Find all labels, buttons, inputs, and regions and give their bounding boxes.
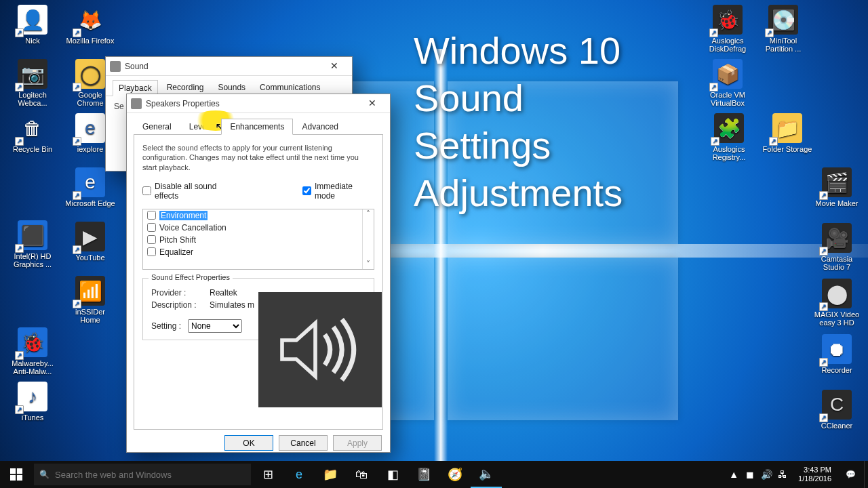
app-icon: 🗑 [18,113,47,143]
desktop-icon[interactable]: 🗑Recycle Bin [7,112,58,165]
tab-advanced[interactable]: Advanced [293,119,347,135]
effect-label: Equalizer [159,247,193,257]
desktop-icon[interactable]: 🦊Mozilla Firefox [64,3,116,56]
cancel-button[interactable]: Cancel [279,435,328,451]
tray-icon-1[interactable]: ◼ [744,469,756,480]
app-icon: 🎬 [822,167,852,197]
sound-titlebar[interactable]: Sound ✕ [106,57,352,76]
app-icon: 👤 [18,5,47,35]
effect-row[interactable]: Environment [143,209,374,222]
desktop-icon-label: Intel(R) HD Graphics ... [7,252,58,268]
taskbar-app-3[interactable]: 🧭 [439,461,471,488]
effect-checkbox[interactable] [147,235,156,244]
props-titlebar[interactable]: Speakers Properties ✕ [127,94,390,113]
effect-checkbox[interactable] [147,223,156,232]
action-center-button[interactable]: 💬 [837,461,864,488]
desktop-icon[interactable]: eMicrosoft Edge [64,166,116,219]
desktop-icon-label: Microsoft Edge [64,199,116,207]
tray-icon-2[interactable]: 🔊 [760,469,772,480]
setting-select[interactable]: None [188,319,242,333]
task-view-button[interactable]: ⊞ [252,461,283,488]
speakers-properties-window[interactable]: Speakers Properties ✕ GeneralLevelsEnhan… [126,94,391,453]
desktop-icon[interactable]: ▶YouTube [64,220,116,273]
app-icon: e [75,167,105,197]
clock-time: 3:43 PM [798,466,831,474]
tray-icon-0[interactable]: ▲ [728,469,740,480]
taskbar[interactable]: 🔍 ⊞ e 📁 🛍 ◧ 📓 🧭 🔈 ▲◼🔊🖧 3:43 PM 1/18/2016… [0,461,868,488]
taskbar-store[interactable]: 🛍 [346,461,377,488]
description-label: Description : [151,300,205,310]
taskbar-app-2[interactable]: 📓 [408,461,439,488]
desktop-icon[interactable]: ♪iTunes [7,380,58,433]
effect-checkbox[interactable] [147,247,156,256]
close-icon[interactable]: ✕ [321,58,348,75]
sound-title: Sound [125,62,321,71]
desktop-icon-label: Recorder [811,366,863,374]
desktop-icon[interactable]: 🎥Camtasia Studio 7 [811,222,863,274]
desktop-icon[interactable]: 🎬Movie Maker [811,166,863,219]
clock-date: 1/18/2016 [798,474,831,483]
effect-row[interactable]: Equalizer [143,246,374,258]
desktop-icon[interactable]: ⬛Intel(R) HD Graphics ... [7,219,58,272]
app-icon: e [75,113,105,143]
search-input[interactable] [55,470,245,480]
apply-button[interactable]: Apply [333,435,382,451]
search-box[interactable]: 🔍 [34,464,251,485]
show-desktop-button[interactable] [864,461,868,488]
app-icon: ◯ [75,59,105,89]
desktop-icon-label: iTunes [7,413,58,422]
desktop-icon-label: YouTube [64,253,116,262]
desktop-icon-label: CCleaner [811,422,863,430]
immediate-mode-label: Immediate mode [315,182,374,201]
provider-value: Realtek [210,288,237,298]
desktop-icon-label: Movie Maker [811,199,863,207]
scroll-down-icon[interactable]: ˅ [366,260,370,269]
listbox-scrollbar[interactable]: ˄˅ [362,209,374,269]
scroll-up-icon[interactable]: ˄ [366,209,370,219]
tray-icon-3[interactable]: 🖧 [776,469,789,480]
effect-checkbox[interactable] [147,211,156,220]
ok-button[interactable]: OK [224,435,273,451]
desktop-icon-label: Logitech Webca... [7,91,58,107]
taskbar-app-1[interactable]: ◧ [377,461,408,488]
desktop-icon-label: Nick [7,37,58,45]
overlay-caption: Windows 10 Sound Settings Adjustments [414,27,793,217]
group-legend: Sound Effect Properties [149,273,233,281]
app-icon: ▶ [75,222,105,251]
tab-enhancements[interactable]: Enhancements [221,119,293,135]
desktop-icon-label: inSSIDer Home [64,308,116,324]
desktop-icon-label: MAGIX Video easy 3 HD [811,310,863,327]
start-button[interactable] [0,461,33,488]
svg-rect-2 [10,475,16,481]
immediate-mode-checkbox[interactable]: Immediate mode [302,182,374,201]
app-icon: ⬛ [18,220,47,250]
desktop-icon[interactable]: 👤Nick [7,3,58,56]
app-icon: ♪ [18,382,47,411]
taskbar-file-explorer[interactable]: 📁 [315,461,346,488]
props-title: Speakers Properties [146,99,359,108]
desktop-icon[interactable]: CCCleaner [811,388,863,441]
effects-listbox[interactable]: EnvironmentVoice CancellationPitch Shift… [142,209,374,270]
taskbar-edge[interactable]: e [283,461,315,488]
effect-row[interactable]: Voice Cancellation [143,222,374,234]
disable-all-checkbox[interactable]: Disable all sound effects [142,182,241,201]
taskbar-sound-app[interactable]: 🔈 [471,461,502,488]
tab-levels[interactable]: Levels [180,119,222,135]
taskbar-clock[interactable]: 3:43 PM 1/18/2016 [793,466,837,483]
app-icon: 🎥 [822,223,852,253]
desktop-icon[interactable]: 📶inSSIDer Home [64,274,116,327]
desktop-icon[interactable]: 🐞Malwareby... Anti-Malw... [7,326,58,379]
desktop-icon-label: Mozilla Firefox [64,37,116,45]
effect-row[interactable]: Pitch Shift [143,234,374,246]
desktop-icon-label: Camtasia Studio 7 [811,255,863,271]
desktop-icon[interactable]: ⏺Recorder [811,333,863,386]
disable-all-label: Disable all sound effects [155,182,241,201]
effect-label: Voice Cancellation [159,223,226,232]
desktop-icon[interactable]: 📷Logitech Webca... [7,58,58,110]
svg-rect-1 [17,468,22,474]
speaker-overlay-graphic [258,292,382,407]
desktop-icon[interactable]: ⬤MAGIX Video easy 3 HD [811,277,863,330]
effect-label: Pitch Shift [159,235,196,245]
close-icon[interactable]: ✕ [359,96,386,112]
tab-general[interactable]: General [134,119,180,135]
